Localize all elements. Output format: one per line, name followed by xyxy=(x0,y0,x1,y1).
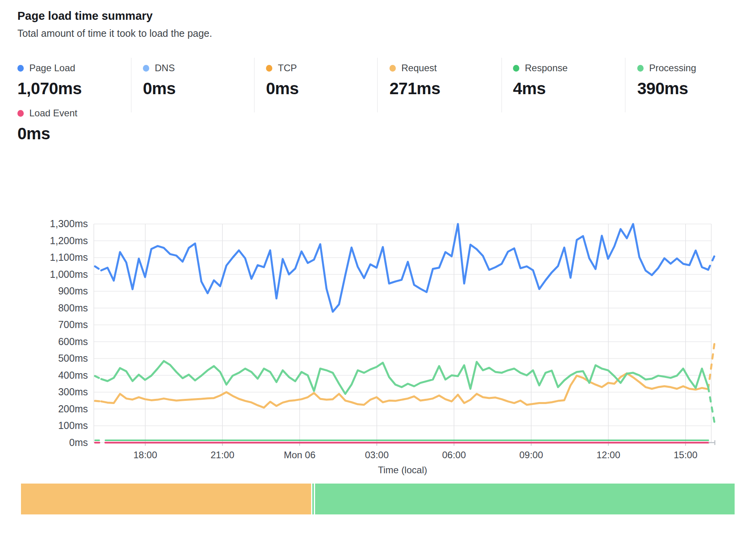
svg-text:12:00: 12:00 xyxy=(596,450,620,460)
svg-text:1,200ms: 1,200ms xyxy=(50,235,88,246)
svg-text:03:00: 03:00 xyxy=(365,450,389,460)
svg-text:0ms: 0ms xyxy=(69,437,88,448)
svg-text:Time (local): Time (local) xyxy=(378,465,427,475)
brush-segment-0[interactable] xyxy=(21,484,311,514)
svg-text:18:00: 18:00 xyxy=(133,450,157,460)
svg-text:100ms: 100ms xyxy=(58,420,88,431)
svg-text:400ms: 400ms xyxy=(58,370,88,381)
brush-segment-1[interactable] xyxy=(312,484,314,514)
svg-text:700ms: 700ms xyxy=(58,319,88,330)
brush-segment-2[interactable] xyxy=(315,484,735,514)
svg-text:1,000ms: 1,000ms xyxy=(50,269,88,280)
svg-text:300ms: 300ms xyxy=(58,386,88,397)
svg-text:800ms: 800ms xyxy=(58,302,88,313)
svg-text:600ms: 600ms xyxy=(58,336,88,347)
svg-text:1,300ms: 1,300ms xyxy=(50,218,88,229)
svg-text:1,100ms: 1,100ms xyxy=(50,252,88,263)
load-time-line-chart: 0ms100ms200ms300ms400ms500ms600ms700ms80… xyxy=(0,0,756,535)
svg-text:06:00: 06:00 xyxy=(442,450,466,460)
svg-text:500ms: 500ms xyxy=(58,353,88,364)
timeline-brush-bar[interactable] xyxy=(21,484,735,514)
svg-text:Mon 06: Mon 06 xyxy=(284,450,315,460)
svg-text:15:00: 15:00 xyxy=(674,450,697,460)
svg-text:200ms: 200ms xyxy=(58,403,88,414)
svg-text:21:00: 21:00 xyxy=(211,450,234,460)
svg-text:900ms: 900ms xyxy=(58,285,88,296)
svg-text:09:00: 09:00 xyxy=(519,450,543,460)
page-load-summary-card: Page load time summary Total amount of t… xyxy=(0,0,756,535)
